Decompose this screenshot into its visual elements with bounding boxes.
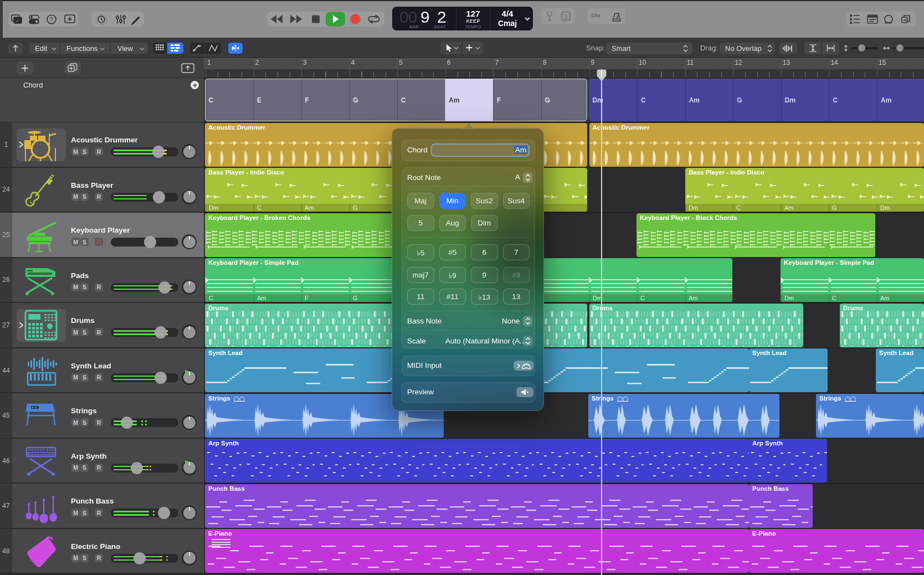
svg-text:♪: ♪: [16, 18, 19, 23]
svg-text:S: S: [564, 14, 568, 20]
svg-text:?: ?: [50, 17, 53, 23]
svg-text:¹²³⁴: ¹²³⁴: [591, 13, 600, 20]
